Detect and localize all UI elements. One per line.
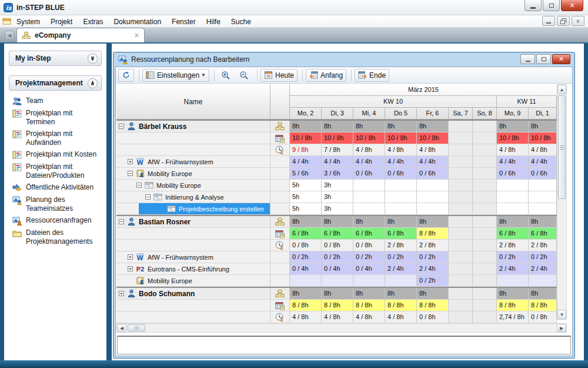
day-cell[interactable]: 4 / 8h: [497, 144, 529, 156]
day-cell[interactable]: [449, 251, 473, 263]
tab-scroll-left-button[interactable]: ◀: [5, 31, 14, 40]
day-cell[interactable]: 3 / 6h: [322, 168, 353, 180]
day-cell[interactable]: 0 / 8h: [290, 240, 322, 251]
inner-minimize-button[interactable]: [520, 54, 535, 64]
minimize-button[interactable]: [524, 0, 542, 11]
day-cell[interactable]: [449, 240, 473, 251]
day-cell[interactable]: 5h: [290, 203, 322, 215]
day-cell[interactable]: [449, 275, 473, 287]
day-header[interactable]: So, 8: [473, 108, 497, 119]
day-cell[interactable]: 10 / 8h: [497, 132, 529, 144]
chevron-down-icon[interactable]: ∨∨: [88, 54, 98, 64]
inner-close-button[interactable]: ✕: [552, 54, 570, 64]
mdi-close-button[interactable]: ×: [572, 16, 584, 26]
day-cell[interactable]: [473, 263, 497, 275]
sidebar-item[interactable]: Öffentliche Aktivitäten: [12, 183, 106, 193]
day-cell[interactable]: [385, 180, 417, 191]
vertical-scrollbar[interactable]: ▲ ▼: [557, 84, 567, 320]
day-cell[interactable]: [473, 191, 497, 203]
day-cell[interactable]: 8 / 8h: [417, 300, 449, 311]
day-cell[interactable]: 2 / 4h: [529, 263, 557, 275]
day-cell[interactable]: [449, 311, 473, 323]
tree-node[interactable]: +Eurotrans - CMS-Einführung: [116, 263, 270, 275]
day-cell[interactable]: 6 / 8h: [353, 228, 385, 240]
day-header[interactable]: Mi, 4: [353, 108, 385, 119]
sidebar-item[interactable]: Ressourcenanfragen: [12, 216, 106, 226]
zoom-out-button[interactable]: [236, 69, 252, 82]
inner-maximize-button[interactable]: [536, 54, 551, 64]
sidebar-item[interactable]: Projektplan mit Terminen: [12, 109, 106, 127]
day-cell[interactable]: [473, 300, 497, 311]
day-cell[interactable]: 8h: [290, 288, 322, 300]
tab-ecompany[interactable]: eCompany ✕: [16, 28, 145, 42]
day-cell[interactable]: 8h: [529, 288, 557, 300]
menu-item-extras[interactable]: Extras: [78, 16, 108, 27]
day-cell[interactable]: [385, 275, 417, 287]
day-cell[interactable]: 0 / 8h: [353, 240, 385, 251]
day-cell[interactable]: 0 / 8h: [322, 240, 353, 251]
day-cell[interactable]: 2 / 8h: [417, 240, 449, 251]
day-cell[interactable]: [497, 203, 529, 215]
day-cell[interactable]: 10 / 8h: [290, 132, 322, 144]
day-cell[interactable]: [449, 168, 473, 180]
day-cell[interactable]: [529, 275, 557, 287]
day-cell[interactable]: 8h: [529, 216, 557, 228]
zoom-in-button[interactable]: [218, 69, 234, 82]
day-cell[interactable]: 10 / 8h: [529, 132, 557, 144]
day-cell[interactable]: 8h: [497, 216, 529, 228]
day-cell[interactable]: [473, 311, 497, 323]
day-cell[interactable]: 0 / 6h: [353, 168, 385, 180]
expand-icon[interactable]: +: [128, 254, 133, 260]
day-cell[interactable]: [497, 275, 529, 287]
day-cell[interactable]: [473, 251, 497, 263]
day-cell[interactable]: [353, 275, 385, 287]
horizontal-scroll-thumb[interactable]: [128, 324, 145, 331]
day-cell[interactable]: [529, 191, 557, 203]
day-cell[interactable]: [385, 191, 417, 203]
day-cell[interactable]: 4 / 4h: [529, 156, 557, 168]
day-cell[interactable]: [449, 156, 473, 168]
settings-button[interactable]: Einstellungen ▼: [142, 69, 209, 82]
selected-row-highlight[interactable]: Projektbeschreibung erstellen: [139, 203, 270, 214]
scroll-left-icon[interactable]: ◀: [117, 324, 126, 332]
day-cell[interactable]: [322, 275, 353, 287]
sidebar-item[interactable]: Dateien des Projektmanagements: [12, 228, 106, 246]
day-cell[interactable]: [473, 288, 497, 300]
day-cell[interactable]: 8h: [529, 121, 557, 132]
vertical-scroll-thumb[interactable]: [558, 95, 566, 199]
day-cell[interactable]: 3h: [322, 203, 353, 215]
tree-node[interactable]: −Initiierung & Analyse: [116, 191, 270, 203]
day-header[interactable]: Di, 1: [529, 108, 557, 119]
day-cell[interactable]: 0 / 2h: [497, 251, 529, 263]
day-cell[interactable]: 2 / 4h: [385, 263, 417, 275]
day-cell[interactable]: 8 / 8h: [497, 300, 529, 311]
day-cell[interactable]: 8h: [385, 216, 417, 228]
day-header[interactable]: Mo, 9: [497, 108, 529, 119]
collapse-icon[interactable]: −: [128, 171, 133, 176]
scroll-down-icon[interactable]: ▼: [557, 310, 566, 319]
menu-item-hilfe[interactable]: Hilfe: [201, 16, 226, 27]
month-header[interactable]: März 2015: [290, 84, 557, 96]
maximize-button[interactable]: [543, 0, 560, 11]
day-cell[interactable]: 4 / 8h: [322, 311, 353, 323]
day-cell[interactable]: 0 / 8h: [529, 311, 557, 323]
expand-icon[interactable]: +: [119, 291, 124, 296]
sidebar-section-my-instep[interactable]: My in-Step ∨∨: [9, 51, 102, 66]
day-cell[interactable]: 8 / 8h: [417, 228, 449, 240]
day-cell[interactable]: 4 / 8h: [385, 311, 417, 323]
day-cell[interactable]: 10 / 8h: [385, 132, 417, 144]
day-cell[interactable]: [449, 180, 473, 191]
refresh-button[interactable]: [118, 69, 134, 82]
day-cell[interactable]: 6 / 8h: [322, 228, 353, 240]
collapse-icon[interactable]: −: [145, 194, 151, 200]
day-cell[interactable]: [385, 203, 417, 215]
day-cell[interactable]: [473, 275, 497, 287]
tree-node[interactable]: Projektbeschreibung erstellen: [116, 203, 270, 215]
day-cell[interactable]: 6 / 8h: [497, 228, 529, 240]
day-cell[interactable]: 8h: [322, 121, 353, 132]
day-cell[interactable]: [449, 228, 473, 240]
expand-icon[interactable]: +: [128, 266, 133, 271]
day-cell[interactable]: 8 / 8h: [385, 300, 417, 311]
menu-item-fenster[interactable]: Fenster: [166, 16, 201, 27]
day-cell[interactable]: 8 / 8h: [290, 300, 322, 311]
